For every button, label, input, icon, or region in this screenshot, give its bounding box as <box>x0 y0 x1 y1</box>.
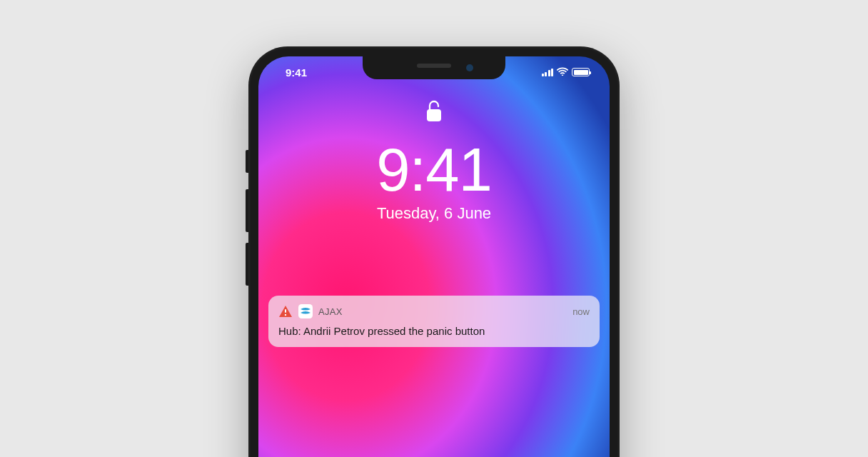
alert-triangle-icon <box>278 304 293 318</box>
lockscreen-date: Tuesday, 6 June <box>377 204 491 223</box>
lockscreen-clock: 9:41 <box>376 139 491 200</box>
status-icons <box>542 66 590 79</box>
notification-card[interactable]: AJAX now Hub: Andrii Petrov pressed the … <box>268 296 600 347</box>
phone-screen: 9:41 <box>258 56 610 457</box>
notification-header: AJAX now <box>278 304 590 318</box>
notification-app-name: AJAX <box>318 306 567 317</box>
svg-rect-0 <box>427 109 441 121</box>
battery-icon <box>572 68 590 76</box>
ajax-app-icon <box>298 304 313 318</box>
notification-body: Hub: Andrii Petrov pressed the panic but… <box>278 324 590 338</box>
wifi-icon <box>557 66 568 79</box>
notification-timestamp: now <box>572 306 590 317</box>
cellular-signal-icon <box>542 69 554 76</box>
speaker-grille <box>417 64 451 68</box>
lockscreen-content: 9:41 Tuesday, 6 June <box>258 99 610 223</box>
unlock-icon <box>425 99 443 126</box>
status-time: 9:41 <box>286 66 307 79</box>
svg-rect-1 <box>285 309 286 313</box>
front-camera <box>466 64 473 71</box>
phone-notch <box>363 56 505 79</box>
phone-device-frame: 9:41 <box>248 46 620 457</box>
svg-point-2 <box>285 314 286 316</box>
